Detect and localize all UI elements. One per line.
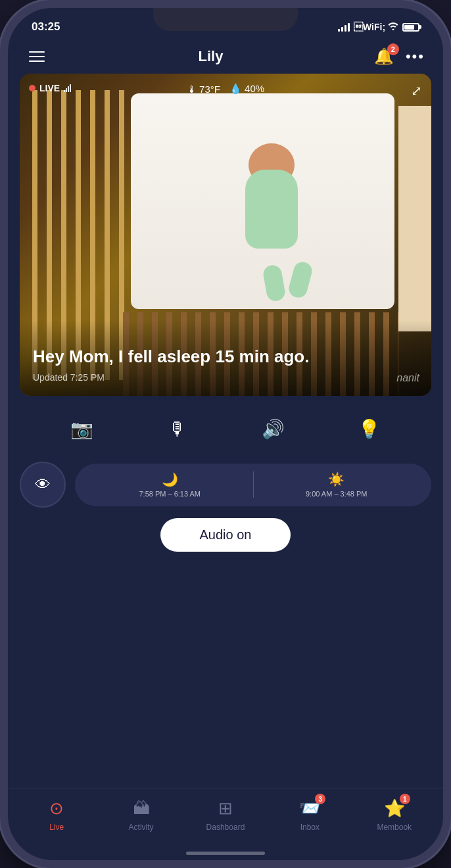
header-right: 🔔 2 ••• <box>374 47 425 66</box>
signal-icon <box>338 22 350 32</box>
sun-icon: ☀️ <box>328 471 344 487</box>
phone-screen: 03:25 WiFi; Lily <box>8 8 443 860</box>
bottom-navigation: ⊙ Live 🏔 Activity ⊞ Dashboard 📨 3 <box>8 788 443 852</box>
crib-mattress <box>131 93 394 309</box>
nav-activity-label: Activity <box>129 823 154 832</box>
audio-toggle-button[interactable]: Audio on <box>160 518 291 552</box>
speaker-button[interactable]: 🔊 <box>256 412 291 446</box>
weather-info: 🌡 73°F 💧 40% <box>187 83 264 95</box>
wifi-icon: WiFi; <box>354 22 398 32</box>
snapshot-button[interactable]: 📷 <box>65 412 99 446</box>
eye-icon: 👁 <box>35 475 51 494</box>
camera-feed[interactable]: LIVE 🌡 73°F 💧 40% ⤢ <box>20 74 431 396</box>
temperature-display: 🌡 73°F <box>187 84 220 95</box>
battery-icon <box>402 23 419 32</box>
speaker-icon: 🔊 <box>262 418 285 440</box>
nav-membook-icon-wrap: ⭐ 1 <box>380 796 409 820</box>
notification-button[interactable]: 🔔 2 <box>374 47 394 66</box>
live-nav-icon: ⊙ <box>49 798 64 819</box>
nap-time: 9:00 AM – 3:48 PM <box>306 490 368 498</box>
baby-arm-left <box>245 201 270 221</box>
audio-toggle-label: Audio on <box>200 527 252 542</box>
phone-frame: 03:25 WiFi; Lily <box>0 0 451 868</box>
dashboard-nav-icon: ⊞ <box>218 798 233 819</box>
live-label: LIVE <box>39 83 60 93</box>
status-time: 03:25 <box>32 20 60 34</box>
camera-icon: 📷 <box>70 418 93 440</box>
nav-membook[interactable]: ⭐ 1 Membook <box>371 796 417 832</box>
notification-badge: 2 <box>387 43 399 55</box>
nav-activity-icon-wrap: 🏔 <box>127 796 156 820</box>
camera-background: LIVE 🌡 73°F 💧 40% ⤢ <box>20 74 431 396</box>
nav-inbox-icon-wrap: 📨 3 <box>295 796 324 820</box>
controls-row: 📷 🎙 🔊 💡 <box>8 396 443 462</box>
more-options-button[interactable]: ••• <box>406 48 425 65</box>
timeline-day-segment: ☀️ 9:00 AM – 3:48 PM <box>254 471 420 498</box>
microphone-button[interactable]: 🎙 <box>160 412 195 446</box>
sleep-status-text: Hey Mom, I fell asleep 15 min ago. <box>33 347 418 367</box>
membook-badge: 1 <box>400 794 410 804</box>
status-icons: WiFi; <box>338 22 419 32</box>
sleep-timeline[interactable]: 🌙 7:58 PM – 6:13 AM ☀️ 9:00 AM – 3:48 PM <box>75 464 431 506</box>
nav-live-label: Live <box>49 823 64 832</box>
nav-inbox-label: Inbox <box>300 823 320 832</box>
camera-caption: Hey Mom, I fell asleep 15 min ago. Updat… <box>20 320 431 396</box>
page-title: Lily <box>198 48 223 65</box>
baby-figure <box>226 143 318 288</box>
moon-icon: 🌙 <box>162 471 178 487</box>
activity-nav-icon: 🏔 <box>133 798 150 819</box>
nav-membook-label: Membook <box>377 823 412 832</box>
home-indicator[interactable] <box>186 852 265 855</box>
inbox-badge: 3 <box>315 794 325 804</box>
app-header: Lily 🔔 2 ••• <box>8 42 443 74</box>
baby-leg-right <box>287 260 314 299</box>
live-indicator: LIVE <box>29 83 71 93</box>
eye-tracking-button[interactable]: 👁 <box>20 462 66 508</box>
notch <box>153 8 298 31</box>
fullscreen-button[interactable]: ⤢ <box>411 83 422 99</box>
humidity-display: 💧 40% <box>229 83 264 95</box>
volume-button <box>5 139 7 179</box>
nav-dashboard-label: Dashboard <box>206 823 245 832</box>
signal-strength-icon <box>64 84 71 92</box>
sleep-start-time: 7:58 PM – 6:13 AM <box>139 490 201 498</box>
light-icon: 💡 <box>358 418 381 440</box>
nav-live-icon-wrap: ⊙ <box>42 796 71 820</box>
nav-dashboard-icon-wrap: ⊞ <box>211 796 240 820</box>
baby-arm-right <box>264 201 289 221</box>
nav-dashboard[interactable]: ⊞ Dashboard <box>202 796 249 832</box>
battery-fill <box>404 25 414 30</box>
baby-leg-left <box>262 264 287 302</box>
live-dot <box>29 85 36 91</box>
microphone-icon: 🎙 <box>168 418 187 440</box>
nav-activity[interactable]: 🏔 Activity <box>118 796 164 832</box>
sleep-tracker-row: 👁 🌙 7:58 PM – 6:13 AM ☀️ 9:00 AM – 3:48 … <box>8 462 443 508</box>
light-button[interactable]: 💡 <box>352 412 386 446</box>
timeline-night-segment: 🌙 7:58 PM – 6:13 AM <box>87 471 253 498</box>
audio-pill-container: Audio on <box>20 518 431 552</box>
baby-body <box>245 170 298 249</box>
nav-inbox[interactable]: 📨 3 Inbox <box>287 796 333 832</box>
crib-wall-right <box>398 106 431 331</box>
power-button <box>444 153 446 218</box>
nanit-watermark: nanit <box>396 372 419 384</box>
nav-live[interactable]: ⊙ Live <box>34 796 80 832</box>
menu-button[interactable] <box>26 49 47 64</box>
last-updated-text: Updated 7:25 PM <box>33 372 418 383</box>
